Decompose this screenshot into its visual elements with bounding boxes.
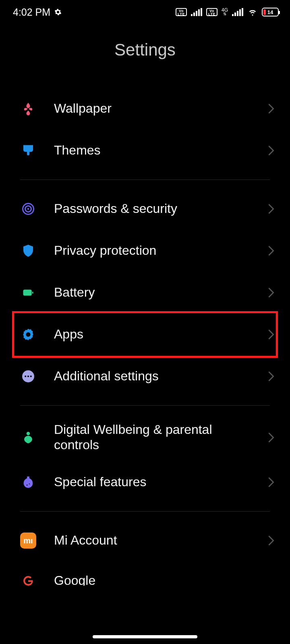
settings-item-label: Special features: [54, 475, 267, 490]
divider: [20, 405, 270, 406]
settings-item-label: Privacy protection: [54, 243, 267, 258]
settings-item-label: Wallpaper: [54, 101, 267, 116]
page-title: Settings: [0, 40, 290, 60]
settings-item-additional-settings[interactable]: Additional settings: [0, 355, 290, 397]
settings-item-label: Themes: [54, 143, 267, 158]
settings-item-google[interactable]: Google: [0, 561, 290, 586]
person-heart-icon: [20, 429, 36, 446]
more-circle-icon: [20, 368, 36, 384]
gear-app-icon: [20, 326, 36, 343]
settings-item-special-features[interactable]: Special features: [0, 461, 290, 503]
svg-point-5: [26, 332, 30, 336]
status-time: 4:02 PM: [13, 6, 50, 18]
svg-point-8: [27, 376, 29, 377]
status-bar: 4:02 PM VoLTE VoLTE 4G ⇅ 14: [0, 0, 290, 24]
chevron-right-icon: [267, 477, 275, 488]
settings-item-battery[interactable]: Battery: [0, 272, 290, 314]
svg-rect-3: [23, 290, 32, 296]
svg-point-9: [30, 376, 32, 377]
signal-bars-icon: [191, 8, 202, 16]
chevron-right-icon: [267, 432, 275, 443]
chevron-right-icon: [267, 287, 275, 298]
battery-item-icon: [20, 285, 36, 301]
volte-badge-icon: VoLTE: [176, 8, 187, 16]
settings-item-mi-account[interactable]: mı Mi Account: [0, 520, 290, 561]
battery-icon: 14: [262, 8, 279, 17]
settings-item-passwords-security[interactable]: Passwords & security: [0, 188, 290, 230]
mi-logo-icon: mı: [20, 533, 36, 549]
flask-icon: [20, 474, 36, 490]
settings-item-wallpaper[interactable]: Wallpaper: [0, 88, 290, 130]
svg-text:mı: mı: [23, 536, 33, 545]
settings-item-privacy-protection[interactable]: Privacy protection: [0, 230, 290, 272]
settings-list: Wallpaper Themes Passwords & security Pr…: [0, 88, 290, 586]
flower-icon: [20, 101, 36, 117]
svg-point-12: [29, 483, 30, 484]
settings-item-label: Google: [54, 573, 275, 586]
settings-item-label: Mi Account: [54, 533, 267, 548]
home-indicator[interactable]: [0, 635, 290, 638]
chevron-right-icon: [267, 245, 275, 256]
svg-point-11: [27, 485, 28, 486]
settings-item-label: Battery: [54, 285, 267, 300]
chevron-right-icon: [267, 535, 275, 546]
google-logo-icon: [20, 573, 36, 586]
chevron-right-icon: [267, 329, 275, 340]
fingerprint-icon: [20, 201, 36, 217]
paint-brush-icon: [20, 142, 36, 159]
wifi-icon: [247, 8, 258, 17]
svg-point-10: [27, 432, 30, 436]
status-left: 4:02 PM: [13, 6, 62, 18]
settings-item-digital-wellbeing[interactable]: Digital Wellbeing & parental controls: [0, 414, 290, 461]
settings-item-themes[interactable]: Themes: [0, 130, 290, 171]
settings-item-label: Passwords & security: [54, 201, 267, 217]
chevron-right-icon: [267, 145, 275, 156]
divider: [20, 511, 270, 512]
svg-rect-4: [32, 292, 33, 294]
settings-item-label: Apps: [54, 327, 267, 342]
signal-bars-2-icon: [232, 8, 243, 16]
settings-item-label: Additional settings: [54, 369, 267, 384]
chevron-right-icon: [267, 103, 275, 114]
status-right: VoLTE VoLTE 4G ⇅ 14: [176, 8, 279, 17]
battery-percent: 14: [267, 9, 273, 15]
svg-point-7: [25, 376, 26, 377]
divider: [20, 180, 270, 180]
network-type-label: 4G ⇅: [222, 8, 228, 16]
svg-point-2: [27, 208, 29, 210]
settings-item-label: Digital Wellbeing & parental controls: [54, 422, 267, 453]
chevron-right-icon: [267, 203, 275, 215]
settings-item-apps[interactable]: Apps: [0, 314, 290, 355]
shield-icon: [20, 243, 36, 259]
chevron-right-icon: [267, 371, 275, 382]
volte-badge-2-icon: VoLTE: [206, 8, 218, 16]
gear-icon: [54, 8, 62, 16]
